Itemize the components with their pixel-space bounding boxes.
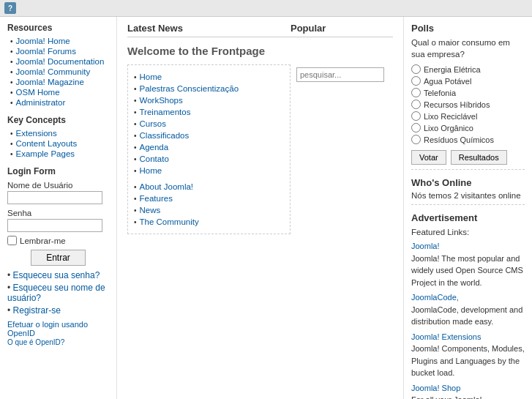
sidebar-keyconcepts-link[interactable]: Extensions xyxy=(16,129,57,138)
sidebar-resources-item: Joomla! Community xyxy=(10,67,109,77)
sidebar-keyconcepts-link[interactable]: Example Pages xyxy=(16,149,75,158)
nav-link-1[interactable]: WorkShops xyxy=(140,96,183,105)
poll-radio[interactable] xyxy=(411,64,421,74)
nav-link-1-item: Agenda xyxy=(134,141,284,153)
forgot-username-link[interactable]: Esqueceu seu nome de usuário? xyxy=(7,283,105,303)
sidebar-resources-link[interactable]: Joomla! Community xyxy=(16,67,91,76)
whos-online-text: Nós temos 2 visitantes online xyxy=(411,191,525,200)
poll-option-label: Lixo Orgânico xyxy=(424,124,473,133)
nav-link-2-item: About Joomla! xyxy=(134,181,284,193)
adv-link[interactable]: Joomla! Extensions xyxy=(411,332,481,341)
sidebar-keyconcepts-link[interactable]: Content Layouts xyxy=(16,139,78,148)
poll-option-label: Telefonia xyxy=(424,89,456,97)
divider-1 xyxy=(411,169,525,170)
nav-link-1-item: WorkShops xyxy=(134,94,284,106)
search-column xyxy=(291,64,393,234)
sidebar-resources-link[interactable]: Joomla! Forums xyxy=(16,47,76,56)
polls-title: Polls xyxy=(411,23,525,34)
nav-link-1-item: Contato xyxy=(134,153,284,165)
what-is-openid-link[interactable]: O que é OpenID? xyxy=(7,338,64,346)
nav-link-1-item: Home xyxy=(134,71,284,83)
popular-title: Popular xyxy=(291,23,393,37)
poll-option-label: Resíduos Químicos xyxy=(424,135,494,144)
right-sidebar: Polls Qual o maior consumo em sua empres… xyxy=(404,17,532,399)
nav-link-2[interactable]: About Joomla! xyxy=(140,182,194,191)
sidebar-resources-link[interactable]: Joomla! Documentation xyxy=(16,57,105,66)
nav-link-1-item: Home xyxy=(134,165,284,176)
main-wrapper: Resources Joomla! HomeJoomla! ForumsJoom… xyxy=(0,17,532,399)
remember-label: Lembrar-me xyxy=(20,236,66,245)
sidebar-resources-link[interactable]: Administrator xyxy=(16,98,66,107)
nav-links-1: HomePalestras ConscientizaçãoWorkShopsTr… xyxy=(134,71,284,176)
nav-link-1[interactable]: Palestras Conscientização xyxy=(140,84,239,93)
adv-link[interactable]: Joomla! Shop xyxy=(411,384,460,392)
poll-radio[interactable] xyxy=(411,100,421,109)
search-input[interactable] xyxy=(296,67,384,82)
nav-link-1[interactable]: Home xyxy=(140,166,162,175)
sidebar-resources-link[interactable]: Joomla! Magazine xyxy=(16,78,84,86)
sidebar: Resources Joomla! HomeJoomla! ForumsJoom… xyxy=(0,17,117,399)
advertisement-title: Advertisement xyxy=(411,212,525,223)
poll-options-container: Energia ElétricaAgua PotávelTelefoniaRec… xyxy=(411,64,525,144)
openid-login-link[interactable]: Efetuar o login usando OpenID xyxy=(7,320,88,338)
poll-option-label: Recursos Híbridos xyxy=(424,100,490,109)
adv-link[interactable]: Joomla! xyxy=(411,242,440,250)
poll-radio[interactable] xyxy=(411,88,421,97)
poll-radio[interactable] xyxy=(411,123,421,133)
poll-option: Lixo Reciclável xyxy=(411,111,525,121)
enter-button[interactable]: Entrar xyxy=(31,250,86,266)
forgot-password-link[interactable]: Esqueceu sua senha? xyxy=(13,270,100,280)
polls-question: Qual o maior consumo em sua empresa? xyxy=(411,37,525,60)
poll-option: Energia Elétrica xyxy=(411,64,525,74)
nav-link-2[interactable]: The Community xyxy=(140,217,199,226)
poll-radio[interactable] xyxy=(411,76,421,86)
nav-links-2: About Joomla!FeaturesNewsThe Community xyxy=(134,181,284,228)
poll-option: Agua Potável xyxy=(411,76,525,86)
adv-link[interactable]: JoomlaCode, xyxy=(411,293,459,302)
results-button[interactable]: Resultados xyxy=(451,150,507,165)
adv-description: JoomlaCode, development and distribution… xyxy=(411,304,525,328)
nav-link-2[interactable]: Features xyxy=(140,194,173,203)
key-concepts-links: ExtensionsContent LayoutsExample Pages xyxy=(7,128,109,159)
adv-item: JoomlaCode, JoomlaCode, development and … xyxy=(411,291,525,328)
sidebar-resources-item: Administrator xyxy=(10,97,109,108)
password-label: Senha xyxy=(7,209,109,217)
adv-item: Joomla! Extensions Joomla! Components, M… xyxy=(411,331,525,379)
sidebar-resources-item: Joomla! Magazine xyxy=(10,77,109,87)
adv-description: Joomla! Components, Modules, Plugins and… xyxy=(411,343,525,379)
featured-links-label: Featured Links: xyxy=(411,226,525,239)
resources-title: Resources xyxy=(7,23,109,33)
sidebar-resources-link[interactable]: OSM Home xyxy=(16,88,60,97)
remember-checkbox[interactable] xyxy=(7,236,17,245)
vote-button[interactable]: Votar xyxy=(411,150,446,165)
register-link[interactable]: Registrar-se xyxy=(13,305,61,316)
username-input[interactable] xyxy=(7,191,102,204)
center-columns: HomePalestras ConscientizaçãoWorkShopsTr… xyxy=(127,64,393,234)
content-header: Latest News Popular xyxy=(127,23,393,37)
poll-option: Recursos Híbridos xyxy=(411,100,525,109)
nav-link-1[interactable]: Classificados xyxy=(140,131,190,140)
adv-content: Featured Links: Joomla! Joomla! The most… xyxy=(411,226,525,399)
nav-link-1[interactable]: Agenda xyxy=(140,143,169,152)
nav-link-1[interactable]: Home xyxy=(140,72,162,81)
nav-link-1[interactable]: Contato xyxy=(140,154,169,163)
help-icon-top[interactable]: ? xyxy=(4,2,16,14)
login-form: Nome de Usuário Senha Lembrar-me Entrar xyxy=(7,181,109,266)
nav-link-1[interactable]: Cursos xyxy=(140,119,166,128)
nav-link-1[interactable]: Treinamentos xyxy=(140,108,191,116)
center-content: Latest News Popular Welcome to the Front… xyxy=(117,17,404,399)
poll-radio[interactable] xyxy=(411,111,421,121)
nav-links-container: HomePalestras ConscientizaçãoWorkShopsTr… xyxy=(127,64,291,234)
nav-link-2-item: The Community xyxy=(134,216,284,228)
sidebar-extra-links: • Esqueceu sua senha? • Esqueceu seu nom… xyxy=(7,270,109,316)
password-input[interactable] xyxy=(7,219,102,232)
nav-link-2[interactable]: News xyxy=(140,206,161,215)
whos-online-title: Who's Online xyxy=(411,177,525,188)
adv-description: Joomla! The most popular and widely used… xyxy=(411,253,525,289)
nav-link-2-item: News xyxy=(134,204,284,216)
nav-link-1-item: Palestras Conscientização xyxy=(134,83,284,94)
poll-radio[interactable] xyxy=(411,135,421,144)
sidebar-resources-link[interactable]: Joomla! Home xyxy=(16,37,70,45)
nav-link-1-item: Treinamentos xyxy=(134,106,284,118)
top-bar: ? xyxy=(0,0,532,17)
